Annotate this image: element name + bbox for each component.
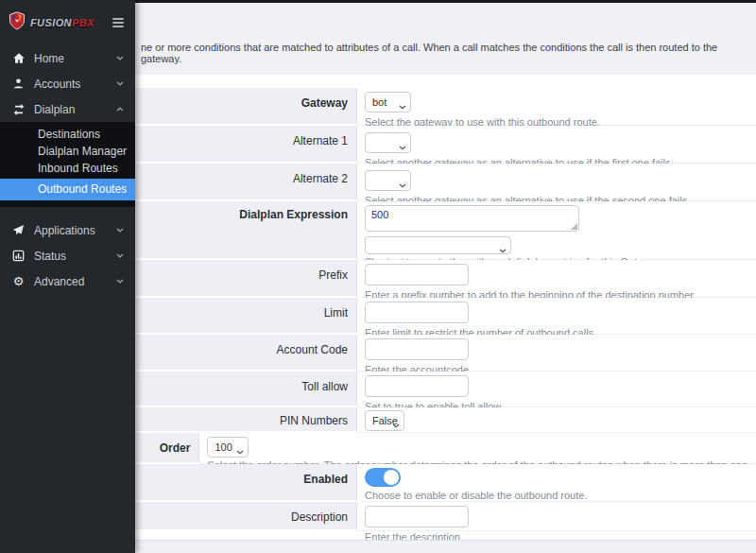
gateway-select[interactable]: bot — [365, 92, 411, 112]
chevron-down-icon — [116, 56, 124, 60]
brand-logo[interactable]: FUSIONPBX — [8, 11, 94, 34]
sidebar-item-inbound-routes[interactable]: Inbound Routes — [0, 160, 135, 177]
sidebar-item-advanced[interactable]: ⚙ Advanced — [0, 268, 135, 294]
sidebar-item-home[interactable]: Home — [0, 45, 135, 71]
main-content: ne or more conditions that are matched t… — [135, 0, 756, 553]
home-icon — [11, 52, 26, 65]
order-select[interactable]: 100 — [207, 437, 249, 458]
exchange-icon — [11, 103, 26, 116]
select-chevron-icon — [499, 244, 507, 255]
chart-bar-icon — [11, 250, 26, 262]
description-label: Description — [135, 502, 357, 531]
gateway-label: Gateway — [135, 88, 357, 126]
form-row-dialplan-expression: Dialplan Expression 500 Shortcut to crea… — [135, 201, 756, 260]
form-row-gateway: Gateway bot Select the gateway to use wi… — [135, 88, 756, 126]
toggle-knob — [384, 470, 399, 485]
sidebar-item-accounts[interactable]: Accounts — [0, 71, 135, 96]
description-input[interactable] — [365, 506, 469, 527]
page-description: ne or more conditions that are matched t… — [141, 42, 756, 64]
chevron-down-icon — [116, 81, 124, 86]
chevron-down-icon — [116, 279, 124, 284]
hamburger-menu-icon[interactable] — [111, 15, 126, 30]
limit-label: Limit — [135, 298, 357, 335]
sidebar-item-destinations[interactable]: Destinations — [0, 126, 135, 143]
pin-numbers-select[interactable]: False — [365, 410, 404, 431]
select-chevron-icon — [399, 179, 406, 190]
toll-allow-label: Toll allow — [135, 372, 357, 407]
dialplan-expression-label: Dialplan Expression — [135, 201, 357, 260]
user-icon — [11, 78, 26, 90]
paper-plane-icon — [11, 224, 26, 236]
page-footer — [135, 540, 756, 553]
form-row-alternate2: Alternate 2 Select another gateway as an… — [135, 164, 756, 201]
form-row-prefix: Prefix Enter a prefix number to add to t… — [135, 260, 756, 298]
select-chevron-icon — [392, 419, 400, 430]
chevron-down-icon — [116, 253, 124, 258]
gear-icon: ⚙ — [11, 275, 26, 287]
page-header: ne or more conditions that are matched t… — [135, 3, 756, 75]
select-chevron-icon — [236, 445, 244, 457]
alternate1-label: Alternate 1 — [135, 126, 357, 164]
enabled-help: Choose to enable or disable the outbound… — [365, 490, 750, 501]
account-code-label: Account Code — [135, 335, 357, 372]
enabled-label: Enabled — [135, 464, 357, 502]
account-code-input[interactable] — [365, 338, 469, 360]
sidebar: FUSIONPBX Home Accounts — [0, 0, 135, 553]
form-row-account-code: Account Code Enter the accountcode. — [135, 335, 756, 372]
alternate2-label: Alternate 2 — [135, 164, 357, 201]
form-row-description: Description Enter the description. — [135, 502, 756, 531]
form-row-limit: Limit Enter limit to restrict the number… — [135, 298, 756, 335]
pin-numbers-label: PIN Numbers — [135, 407, 357, 433]
select-chevron-icon — [399, 141, 406, 152]
sidebar-item-outbound-routes[interactable]: Outbound Routes — [0, 179, 135, 200]
sidebar-nav: Home Accounts Dialplan — [0, 45, 135, 294]
toll-allow-input[interactable] — [365, 375, 469, 397]
sidebar-item-applications[interactable]: Applications — [0, 217, 135, 243]
alternate2-select[interactable] — [365, 170, 411, 191]
alternate1-select[interactable] — [365, 132, 411, 153]
brand-row: FUSIONPBX — [0, 0, 135, 45]
prefix-input[interactable] — [365, 264, 469, 285]
form-row-toll-allow: Toll allow Set to true to enable toll al… — [135, 372, 756, 407]
enabled-toggle[interactable] — [365, 468, 401, 487]
chevron-up-icon — [116, 107, 124, 112]
form-row-alternate1: Alternate 1 Select another gateway as an… — [135, 126, 756, 164]
shield-logo-icon — [8, 11, 26, 34]
prefix-label: Prefix — [135, 260, 357, 298]
form-row-enabled: Enabled Choose to enable or disable the … — [135, 464, 756, 502]
order-label: Order — [135, 433, 199, 464]
form-row-order: Order 100 Select the order number. The o… — [135, 433, 756, 464]
outbound-route-form: Gateway bot Select the gateway to use wi… — [135, 88, 756, 531]
select-chevron-icon — [399, 100, 406, 112]
sidebar-item-dialplan-manager[interactable]: Dialplan Manager — [0, 143, 135, 160]
dialplan-shortcut-select[interactable] — [365, 236, 511, 254]
dialplan-submenu: Destinations Dialplan Manager Inbound Ro… — [0, 122, 135, 207]
limit-input[interactable] — [365, 302, 469, 323]
sidebar-item-status[interactable]: Status — [0, 243, 135, 268]
brand-name: FUSIONPBX — [30, 17, 94, 28]
fusionpbx-outbound-route-page: FUSIONPBX Home Accounts — [0, 0, 756, 553]
chevron-down-icon — [116, 228, 124, 233]
dialplan-expression-textarea[interactable]: 500 — [365, 205, 579, 232]
sidebar-item-dialplan[interactable]: Dialplan — [0, 96, 135, 122]
form-row-pin-numbers: PIN Numbers False — [135, 407, 756, 433]
